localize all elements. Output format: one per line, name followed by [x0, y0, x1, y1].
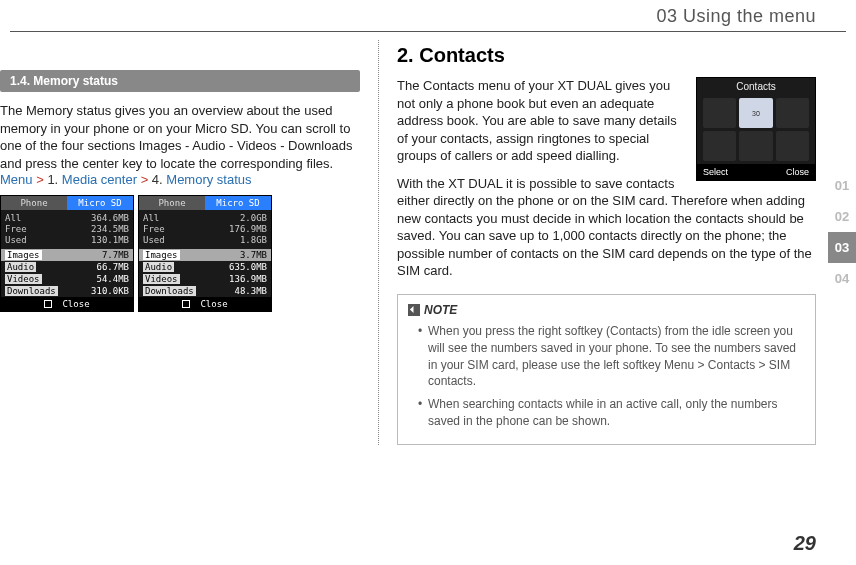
side-tab-01: 01 [828, 170, 856, 201]
stat-label: All [5, 213, 21, 224]
row-label: Audio [143, 262, 174, 272]
stat-val: 2.0GB [240, 213, 267, 224]
row-val: 635.0MB [229, 262, 267, 272]
row-val: 54.4MB [96, 274, 129, 284]
row-label: Downloads [5, 286, 58, 296]
thumb-icon-calendar [739, 98, 772, 128]
mini-screen-phone: Phone Micro SD All364.6MB Free234.5MB Us… [0, 195, 134, 311]
row-val: 48.3MB [234, 286, 267, 296]
note-item: When you press the right softkey (Contac… [418, 323, 805, 390]
stat-label: All [143, 213, 159, 224]
row-val: 3.7MB [240, 250, 267, 260]
thumb-icon [776, 98, 809, 128]
side-tab-02: 02 [828, 201, 856, 232]
nav-step4: 4. [152, 172, 163, 187]
side-tabs: 01 02 03 04 [828, 170, 856, 294]
contacts-para2: With the XT DUAL it is possible to save … [397, 175, 816, 280]
row-val: 310.0KB [91, 286, 129, 296]
nav-gt2: > [141, 172, 149, 187]
row-val: 7.7MB [102, 250, 129, 260]
row-label: Videos [5, 274, 42, 284]
row-val: 66.7MB [96, 262, 129, 272]
stat-val: 176.9MB [229, 224, 267, 235]
stat-label: Free [5, 224, 27, 235]
stat-val: 364.6MB [91, 213, 129, 224]
note-text: NOTE [424, 303, 457, 317]
chapter-header: 03 Using the menu [0, 0, 856, 31]
tab-phone: Phone [1, 196, 67, 210]
softkey-icon [44, 300, 52, 308]
page-number: 29 [794, 532, 816, 555]
tab-phone: Phone [139, 196, 205, 210]
stat-val: 130.1MB [91, 235, 129, 246]
thumb-close: Close [786, 167, 809, 177]
right-column: 2. Contacts Contacts Select Close The Co… [378, 40, 816, 445]
tab-microsd: Micro SD [67, 196, 133, 210]
thumb-select: Select [703, 167, 728, 177]
section-bar-memory: 1.4. Memory status [0, 70, 360, 92]
row-label: Videos [143, 274, 180, 284]
stat-label: Used [143, 235, 165, 246]
softkey-close: Close [62, 299, 89, 309]
row-label: Images [5, 250, 42, 260]
contacts-heading: 2. Contacts [397, 44, 816, 67]
nav-memstat: Memory status [166, 172, 251, 187]
stat-val: 1.8GB [240, 235, 267, 246]
thumb-icon [703, 98, 736, 128]
memory-body-text: The Memory status gives you an overview … [0, 102, 360, 172]
row-label: Audio [5, 262, 36, 272]
thumb-icon [739, 131, 772, 161]
memory-screenshots: Phone Micro SD All364.6MB Free234.5MB Us… [0, 195, 360, 311]
side-tab-03: 03 [828, 232, 856, 263]
note-box: NOTE When you press the right softkey (C… [397, 294, 816, 445]
softkey-icon [182, 300, 190, 308]
nav-path: Menu > 1. Media center > 4. Memory statu… [0, 172, 360, 187]
stat-val: 234.5MB [91, 224, 129, 235]
nav-step1: 1. [47, 172, 58, 187]
thumb-icon [776, 131, 809, 161]
nav-gt: > [36, 172, 44, 187]
mini-screen-sd: Phone Micro SD All2.0GB Free176.9MB Used… [138, 195, 272, 311]
nav-menu: Menu [0, 172, 33, 187]
side-tab-04: 04 [828, 263, 856, 294]
note-arrow-icon [408, 304, 420, 316]
left-column: 1.4. Memory status The Memory status giv… [0, 40, 378, 445]
tab-microsd: Micro SD [205, 196, 271, 210]
note-item: When searching contacts while in an acti… [418, 396, 805, 430]
softkey-close: Close [200, 299, 227, 309]
note-label: NOTE [408, 303, 805, 317]
stat-label: Free [143, 224, 165, 235]
row-label: Images [143, 250, 180, 260]
contacts-screenshot: Contacts Select Close [696, 77, 816, 181]
thumb-title: Contacts [697, 78, 815, 95]
nav-media: Media center [62, 172, 137, 187]
row-label: Downloads [143, 286, 196, 296]
stat-label: Used [5, 235, 27, 246]
thumb-icon [703, 131, 736, 161]
row-val: 136.9MB [229, 274, 267, 284]
